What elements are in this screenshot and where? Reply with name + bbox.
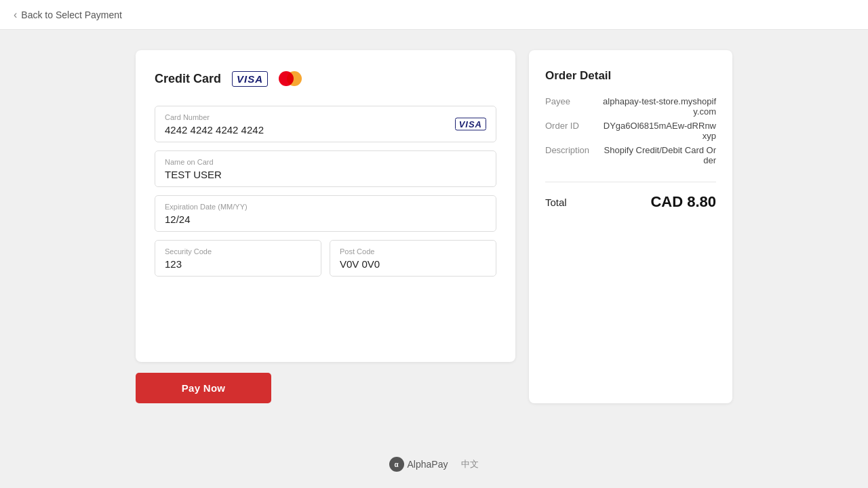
back-link[interactable]: ‹ Back to Select Payment	[14, 9, 122, 21]
expiry-label: Expiration Date (MM/YY)	[165, 203, 486, 211]
name-label: Name on Card	[165, 158, 486, 166]
left-column: Credit Card VISA Card Number VISA	[136, 50, 515, 403]
visa-logo: VISA	[232, 71, 268, 87]
mastercard-logo	[279, 70, 303, 87]
payee-val: alphapay-test-store.myshopify.com	[599, 96, 716, 117]
security-field[interactable]: Security Code	[155, 240, 321, 277]
alphapay-logo: α AlphaPay	[389, 457, 448, 472]
chevron-left-icon: ‹	[14, 9, 17, 21]
name-input[interactable]	[165, 169, 486, 180]
back-label: Back to Select Payment	[21, 9, 122, 20]
order-rows: Payee alphapay-test-store.myshopify.com …	[545, 96, 716, 165]
postcode-input[interactable]	[340, 258, 486, 270]
order-title: Order Detail	[545, 69, 716, 83]
total-value: CAD 8.80	[650, 193, 716, 211]
alpha-icon: α	[389, 457, 404, 472]
footer: α AlphaPay 中文	[0, 446, 868, 488]
postcode-label: Post Code	[340, 247, 486, 256]
security-label: Security Code	[165, 247, 311, 256]
card-form-panel: Credit Card VISA Card Number VISA	[136, 50, 515, 362]
page-body: Credit Card VISA Card Number VISA	[0, 30, 868, 488]
payee-key: Payee	[545, 96, 599, 117]
name-field[interactable]: Name on Card	[155, 150, 496, 187]
payee-row: Payee alphapay-test-store.myshopify.com	[545, 96, 716, 117]
card-number-label: Card Number	[165, 113, 486, 121]
mc-circle-right	[287, 71, 302, 86]
pay-now-button[interactable]: Pay Now	[136, 373, 271, 403]
order-panel: Order Detail Payee alphapay-test-store.m…	[529, 50, 732, 403]
pay-button-wrapper: Pay Now	[136, 373, 515, 403]
brand-name: AlphaPay	[408, 459, 448, 470]
total-row: Total CAD 8.80	[545, 193, 716, 211]
description-row: Description Shopify Credit/Debit Card Or…	[545, 145, 716, 165]
description-val: Shopify Credit/Debit Card Order	[599, 145, 716, 165]
security-postcode-row: Security Code Post Code	[155, 240, 496, 285]
security-input[interactable]	[165, 258, 311, 270]
content-row: Credit Card VISA Card Number VISA	[136, 50, 732, 403]
order-id-row: Order ID DYga6Ol6815mAEw-dRRnwxyp	[545, 121, 716, 141]
expiry-input[interactable]	[165, 214, 486, 225]
card-title: Credit Card	[155, 72, 221, 86]
total-label: Total	[545, 197, 567, 208]
top-bar: ‹ Back to Select Payment	[0, 0, 868, 30]
field-visa-badge: VISA	[455, 118, 486, 131]
description-key: Description	[545, 145, 599, 165]
card-number-field[interactable]: Card Number VISA	[155, 106, 496, 142]
card-number-input[interactable]	[165, 124, 486, 136]
order-divider	[545, 182, 716, 182]
language-switcher[interactable]: 中文	[461, 458, 479, 470]
card-header: Credit Card VISA	[155, 70, 496, 87]
order-id-key: Order ID	[545, 121, 599, 141]
postcode-field[interactable]: Post Code	[330, 240, 496, 277]
expiry-field[interactable]: Expiration Date (MM/YY)	[155, 195, 496, 232]
order-id-val: DYga6Ol6815mAEw-dRRnwxyp	[599, 121, 716, 141]
